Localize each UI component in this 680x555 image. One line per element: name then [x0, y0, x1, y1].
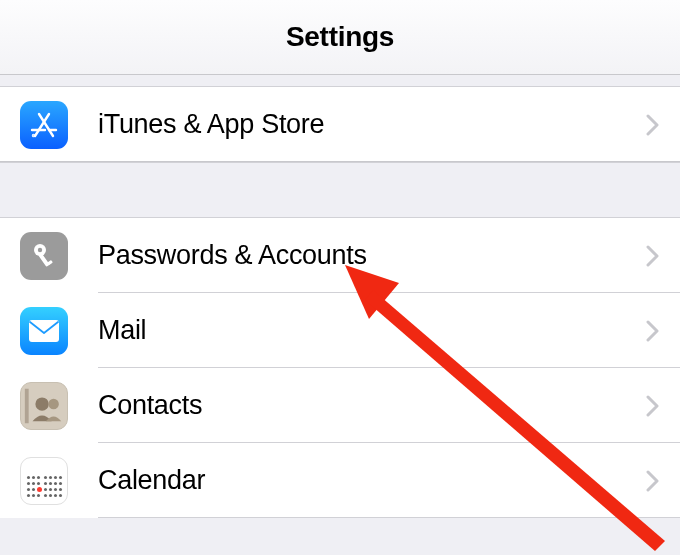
row-label: Contacts: [98, 390, 646, 421]
row-mail[interactable]: Mail: [0, 293, 680, 368]
chevron-right-icon: [646, 470, 660, 492]
row-passwords-accounts[interactable]: Passwords & Accounts: [0, 218, 680, 293]
contacts-icon: [20, 382, 68, 430]
section-separator: [0, 75, 680, 87]
svg-point-4: [33, 135, 34, 136]
svg-rect-9: [29, 320, 59, 342]
row-contacts[interactable]: Contacts: [0, 368, 680, 443]
row-label: Calendar: [98, 465, 646, 496]
svg-rect-10: [25, 388, 29, 423]
chevron-right-icon: [646, 114, 660, 136]
calendar-icon: [20, 457, 68, 505]
chevron-right-icon: [646, 320, 660, 342]
row-label: Passwords & Accounts: [98, 240, 646, 271]
page-title: Settings: [286, 21, 394, 53]
row-label: Mail: [98, 315, 646, 346]
svg-point-12: [48, 398, 59, 409]
row-calendar[interactable]: Calendar: [0, 443, 680, 518]
chevron-right-icon: [646, 245, 660, 267]
svg-point-6: [38, 247, 42, 251]
svg-rect-7: [38, 253, 49, 267]
settings-group-store: iTunes & App Store: [0, 87, 680, 162]
appstore-icon: [20, 101, 68, 149]
mail-icon: [20, 307, 68, 355]
key-icon: [20, 232, 68, 280]
svg-point-11: [35, 397, 48, 410]
row-itunes-appstore[interactable]: iTunes & App Store: [0, 87, 680, 162]
chevron-right-icon: [646, 395, 660, 417]
header: Settings: [0, 0, 680, 75]
section-separator: [0, 162, 680, 218]
settings-group-accounts: Passwords & Accounts Mail Contacts: [0, 218, 680, 518]
row-label: iTunes & App Store: [98, 109, 646, 140]
